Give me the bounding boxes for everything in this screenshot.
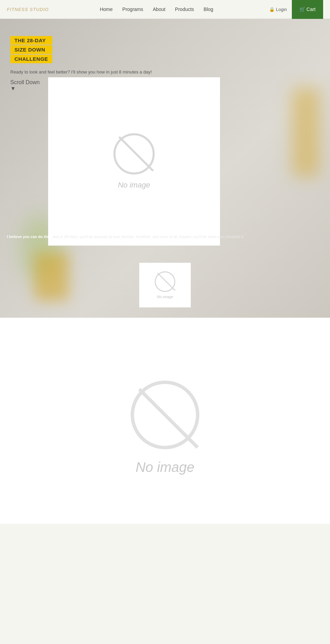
- hero-bottom-bold: I believe you can do this,: [7, 235, 52, 239]
- no-image-text: No image: [118, 181, 150, 190]
- hero-small-image-placeholder: No image: [139, 263, 191, 307]
- hero-badge-group: THE 28-DAY SIZE DOWN CHALLENGE: [10, 36, 52, 63]
- scroll-down-label: Scroll Down: [10, 79, 40, 86]
- hero-badge-line2: SIZE DOWN: [10, 45, 52, 54]
- white-section: No image: [0, 318, 330, 524]
- nav-about[interactable]: About: [153, 7, 166, 12]
- hero-decor-blob3: [292, 88, 320, 177]
- hero-bottom-text: I believe you can do this, and in 28 day…: [0, 235, 330, 239]
- main-nav: Home Programs About Products Blog: [100, 7, 213, 12]
- site-header: FITNESS STUDIO Home Programs About Produ…: [0, 0, 330, 19]
- site-logo: FITNESS STUDIO: [7, 7, 49, 12]
- login-button[interactable]: 🔒 Login: [264, 4, 292, 15]
- no-image-icon: [113, 133, 155, 174]
- no-image-icon-sm: [155, 271, 175, 292]
- hero-badge-line3: CHALLENGE: [10, 55, 52, 63]
- large-image-placeholder: No image: [96, 359, 234, 496]
- hero-badge-line1: THE 28-DAY: [10, 36, 52, 45]
- nav-programs[interactable]: Programs: [122, 7, 143, 12]
- header-actions: 🔒 Login 🛒 Cart: [264, 0, 323, 19]
- scroll-down-arrow: ▼: [10, 86, 16, 92]
- cart-button[interactable]: 🛒 Cart: [292, 0, 323, 19]
- nav-products[interactable]: Products: [175, 7, 194, 12]
- hero-decor-blob2: [34, 252, 69, 301]
- no-image-icon-lg: [131, 381, 199, 449]
- nav-home[interactable]: Home: [100, 7, 112, 12]
- hero-bottom-rest: and in 28 days, you'll be amazed at how …: [52, 235, 244, 239]
- no-image-text-sm: No image: [157, 295, 173, 299]
- nav-blog[interactable]: Blog: [204, 7, 213, 12]
- no-image-text-lg: No image: [135, 460, 194, 475]
- hero-subtitle: Ready to look and feel better? I'll show…: [10, 69, 320, 75]
- hero-main-image-placeholder: No image: [48, 77, 220, 246]
- hero-section: THE 28-DAY SIZE DOWN CHALLENGE Ready to …: [0, 19, 330, 318]
